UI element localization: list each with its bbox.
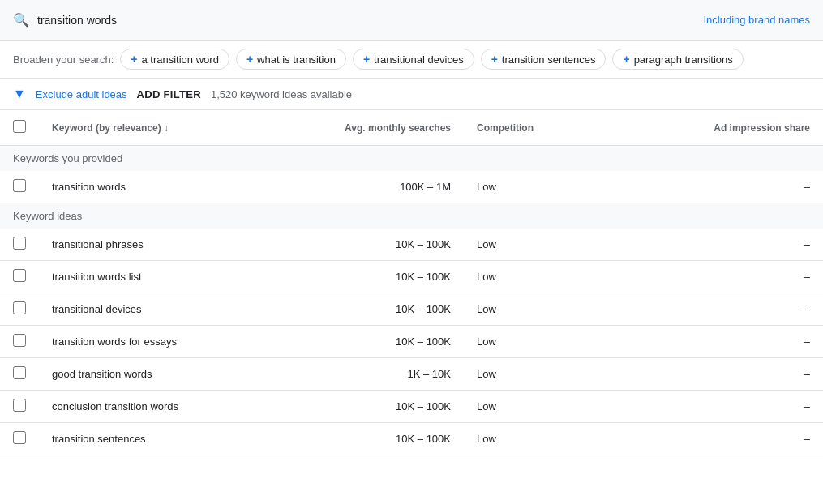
sort-arrow-icon: ↓ <box>164 122 169 134</box>
row-ad-share: – <box>634 358 823 391</box>
table-row: transition words list 10K – 100K Low – <box>0 261 823 293</box>
row-competition: Low <box>464 391 634 423</box>
row-checkbox-cell <box>0 391 39 423</box>
row-ad-share: – <box>634 391 823 423</box>
table-body: Keywords you provided transition words 1… <box>0 146 823 455</box>
row-avg-searches: 10K – 100K <box>243 326 464 358</box>
brand-names-link[interactable]: Including brand names <box>703 14 810 26</box>
plus-icon-3: + <box>363 53 370 66</box>
header-ad-impression-share[interactable]: Ad impression share <box>634 110 823 146</box>
row-avg-searches: 10K – 100K <box>243 229 464 261</box>
broaden-chip-5-label: paragraph transitions <box>634 53 733 66</box>
keyword-table: Keyword (by relevance) ↓ Avg. monthly se… <box>0 110 823 455</box>
row-ad-share: – <box>634 293 823 326</box>
search-bar: 🔍 transition words Including brand names <box>0 0 823 41</box>
broaden-chip-5[interactable]: + paragraph transitions <box>612 49 743 70</box>
table-row: transition words 100K – 1M Low – <box>0 171 823 203</box>
row-ad-share: – <box>634 326 823 358</box>
row-checkbox[interactable] <box>13 334 26 347</box>
table-header-row: Keyword (by relevance) ↓ Avg. monthly se… <box>0 110 823 146</box>
row-keyword: transition words for essays <box>39 326 243 358</box>
row-keyword: good transition words <box>39 358 243 391</box>
row-checkbox[interactable] <box>13 431 26 444</box>
row-checkbox[interactable] <box>13 237 26 250</box>
header-competition-label: Competition <box>477 122 534 134</box>
section-label: Keyword ideas <box>0 203 823 229</box>
select-all-checkbox[interactable] <box>13 120 26 133</box>
broaden-chip-4[interactable]: + transition sentences <box>481 49 607 70</box>
table-row: good transition words 1K – 10K Low – <box>0 358 823 391</box>
row-keyword: transition sentences <box>39 423 243 455</box>
table-row: transitional devices 10K – 100K Low – <box>0 293 823 326</box>
row-competition: Low <box>464 171 634 203</box>
row-checkbox-cell <box>0 326 39 358</box>
row-avg-searches: 10K – 100K <box>243 391 464 423</box>
section-label: Keywords you provided <box>0 146 823 172</box>
plus-icon-1: + <box>131 53 137 66</box>
header-competition[interactable]: Competition <box>464 110 634 146</box>
row-checkbox-cell <box>0 229 39 261</box>
section-row: Keywords you provided <box>0 146 823 172</box>
broaden-chip-2[interactable]: + what is transition <box>236 49 346 70</box>
broaden-chip-3[interactable]: + transitional devices <box>353 49 474 70</box>
add-filter-button[interactable]: ADD FILTER <box>137 88 201 100</box>
table-row: transitional phrases 10K – 100K Low – <box>0 229 823 261</box>
plus-icon-2: + <box>246 53 253 66</box>
row-ad-share: – <box>634 229 823 261</box>
row-avg-searches: 100K – 1M <box>243 171 464 203</box>
row-avg-searches: 10K – 100K <box>243 423 464 455</box>
row-keyword: conclusion transition words <box>39 391 243 423</box>
search-query: transition words <box>37 14 703 27</box>
row-competition: Low <box>464 229 634 261</box>
filter-icon: ▼ <box>13 87 26 101</box>
row-checkbox[interactable] <box>13 301 26 314</box>
header-avg-searches-label: Avg. monthly searches <box>345 122 451 134</box>
search-icon: 🔍 <box>13 12 29 28</box>
row-avg-searches: 1K – 10K <box>243 358 464 391</box>
row-ad-share: – <box>634 423 823 455</box>
header-avg-searches[interactable]: Avg. monthly searches <box>243 110 464 146</box>
row-competition: Low <box>464 326 634 358</box>
broaden-chip-2-label: what is transition <box>257 53 336 66</box>
broaden-bar: Broaden your search: + a transition word… <box>0 41 823 79</box>
row-checkbox-cell <box>0 423 39 455</box>
row-avg-searches: 10K – 100K <box>243 261 464 293</box>
header-keyword-label: Keyword (by relevance) <box>52 122 161 134</box>
row-checkbox[interactable] <box>13 179 26 192</box>
row-ad-share: – <box>634 261 823 293</box>
row-keyword: transition words <box>39 171 243 203</box>
row-competition: Low <box>464 358 634 391</box>
broaden-chip-4-label: transition sentences <box>502 53 596 66</box>
row-keyword: transition words list <box>39 261 243 293</box>
section-row: Keyword ideas <box>0 203 823 229</box>
broaden-chip-3-label: transitional devices <box>374 53 464 66</box>
row-checkbox[interactable] <box>13 366 26 379</box>
exclude-adult-link[interactable]: Exclude adult ideas <box>36 88 127 100</box>
header-keyword[interactable]: Keyword (by relevance) ↓ <box>39 110 243 146</box>
row-checkbox-cell <box>0 293 39 326</box>
ideas-count: 1,520 keyword ideas available <box>211 88 352 100</box>
table-row: conclusion transition words 10K – 100K L… <box>0 391 823 423</box>
row-checkbox[interactable] <box>13 399 26 412</box>
plus-icon-4: + <box>491 53 498 66</box>
broaden-chip-1-label: a transition word <box>141 53 218 66</box>
broaden-chip-1[interactable]: + a transition word <box>120 49 229 70</box>
row-competition: Low <box>464 293 634 326</box>
broaden-label: Broaden your search: <box>13 53 114 66</box>
header-checkbox-cell <box>0 110 39 146</box>
row-checkbox[interactable] <box>13 269 26 282</box>
row-avg-searches: 10K – 100K <box>243 293 464 326</box>
keyword-table-container: Keyword (by relevance) ↓ Avg. monthly se… <box>0 110 823 455</box>
row-ad-share: – <box>634 171 823 203</box>
table-row: transition words for essays 10K – 100K L… <box>0 326 823 358</box>
row-keyword: transitional phrases <box>39 229 243 261</box>
row-checkbox-cell <box>0 261 39 293</box>
header-ad-impression-share-label: Ad impression share <box>714 122 810 134</box>
plus-icon-5: + <box>623 53 629 66</box>
row-competition: Low <box>464 423 634 455</box>
row-competition: Low <box>464 261 634 293</box>
filter-bar: ▼ Exclude adult ideas ADD FILTER 1,520 k… <box>0 79 823 110</box>
row-checkbox-cell <box>0 171 39 203</box>
table-row: transition sentences 10K – 100K Low – <box>0 423 823 455</box>
row-checkbox-cell <box>0 358 39 391</box>
